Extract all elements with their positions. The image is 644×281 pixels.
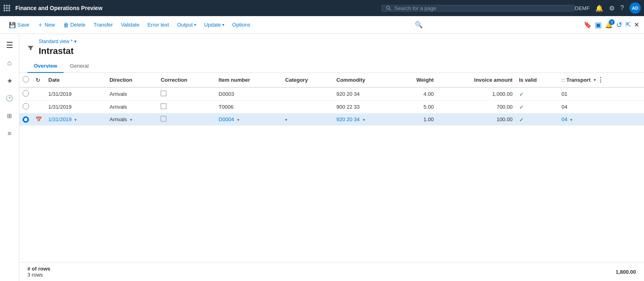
row1-direction: Arrivals — [106, 87, 157, 101]
rows-count: 3 rows — [27, 272, 50, 278]
svg-rect-6 — [4, 10, 5, 11]
row3-is-valid: ✓ — [516, 114, 559, 126]
tab-overview[interactable]: Overview — [27, 60, 64, 73]
svg-rect-0 — [4, 5, 5, 6]
recent-icon[interactable]: 🕐 — [2, 90, 18, 106]
row3-direction[interactable]: Arrivals ▾ — [106, 114, 157, 126]
settings-icon[interactable]: ⚙ — [609, 4, 615, 12]
help-icon[interactable]: ? — [620, 4, 624, 12]
search-input[interactable] — [395, 5, 571, 11]
panel-toolbar-icon[interactable]: ▣ — [595, 21, 602, 29]
bell-icon[interactable]: 🔔 — [595, 4, 603, 12]
row2-correction-checkbox[interactable] — [161, 103, 166, 109]
options-button[interactable]: Options — [228, 19, 255, 30]
row3-correction[interactable] — [157, 114, 215, 126]
intrastat-table: ↻ Date Direction Correction Item number … — [19, 73, 644, 126]
row2-select-circle[interactable] — [23, 103, 29, 110]
row1-refresh — [32, 87, 45, 101]
table-container[interactable]: ↻ Date Direction Correction Item number … — [19, 73, 644, 262]
row3-item-dropdown-icon[interactable]: ▾ — [237, 118, 239, 122]
favorites-icon[interactable]: ★ — [2, 72, 18, 89]
row3-commodity-dropdown-icon[interactable]: ▾ — [363, 118, 365, 122]
error-text-button[interactable]: Error text — [143, 19, 173, 30]
svg-point-9 — [387, 6, 390, 9]
col-header-invoice-amount: Invoice amount — [437, 73, 516, 87]
row3-transport-dropdown-icon[interactable]: ▾ — [570, 118, 572, 122]
row3-date[interactable]: 1/31/2019 ▾ — [45, 114, 106, 126]
notification-toolbar-icon[interactable]: 🔔0 — [605, 21, 613, 29]
transport-col-chevron-icon[interactable]: ▾ — [594, 78, 596, 82]
grid-apps-icon[interactable] — [3, 4, 10, 12]
svg-rect-2 — [8, 5, 10, 6]
filter-icon[interactable] — [27, 45, 34, 53]
delete-button[interactable]: 🗑 Delete — [59, 19, 90, 31]
row1-select-circle[interactable] — [23, 90, 29, 97]
col-header-correction: Correction — [157, 73, 215, 87]
col-header-direction: Direction — [106, 73, 157, 87]
row2-select[interactable] — [19, 101, 32, 114]
row3-invoice-amount: 100.00 — [437, 114, 516, 126]
row3-calendar-icon[interactable]: 📅 — [35, 116, 42, 122]
row3-category-dropdown-icon[interactable]: ▾ — [285, 118, 287, 122]
row1-transport: 01 — [558, 87, 644, 101]
hamburger-icon[interactable]: ☰ — [2, 37, 18, 53]
footer-stats: # of rows 3 rows — [27, 266, 50, 278]
search-bar[interactable] — [381, 5, 575, 12]
transfer-button[interactable]: Transfer — [89, 19, 117, 30]
svg-line-10 — [389, 9, 391, 10]
table-row[interactable]: 1/31/2019 Arrivals D0003 920 20 34 4.00 … — [19, 87, 644, 101]
col-header-item-number: Item number — [215, 73, 282, 87]
refresh-toolbar-icon[interactable]: ↺ — [616, 21, 622, 29]
save-button[interactable]: 💾 Save — [5, 19, 33, 31]
col-header-category: Category — [282, 73, 333, 87]
row3-select-circle[interactable] — [23, 116, 29, 123]
bookmark-toolbar-icon[interactable]: 🔖 — [584, 21, 592, 29]
new-button[interactable]: ＋ New — [33, 19, 59, 31]
row1-is-valid: ✓ — [516, 87, 559, 101]
row3-correction-checkbox[interactable] — [161, 116, 166, 122]
refresh-rows-icon[interactable]: ↻ — [35, 77, 40, 83]
row3-select[interactable] — [19, 114, 32, 126]
row2-is-valid: ✓ — [516, 101, 559, 114]
list-icon[interactable]: ≡ — [2, 126, 18, 142]
row3-direction-dropdown-icon[interactable]: ▾ — [130, 118, 132, 122]
output-button[interactable]: Output ▾ — [173, 19, 200, 30]
validate-button[interactable]: Validate — [117, 19, 143, 30]
popout-toolbar-icon[interactable]: ⇱ — [625, 21, 631, 29]
view-selector[interactable]: Standard view * ▾ — [39, 39, 77, 44]
search-cmd-icon[interactable]: 🔍 — [412, 19, 425, 31]
row1-select[interactable] — [19, 87, 32, 101]
row2-commodity: 900 22 33 — [333, 101, 395, 114]
tab-general[interactable]: General — [64, 60, 95, 73]
row1-category — [282, 87, 333, 101]
avatar[interactable]: AD — [630, 2, 641, 14]
row3-valid-check-icon: ✓ — [519, 116, 524, 123]
col-drag-icon[interactable]: :: — [561, 77, 565, 83]
rows-label: # of rows — [27, 266, 50, 272]
transport-col-more-icon[interactable]: ⋮ — [597, 76, 604, 84]
row3-item-number[interactable]: D0004 ▾ — [215, 114, 282, 126]
home-icon[interactable]: ⌂ — [2, 55, 18, 71]
select-all-circle[interactable] — [23, 76, 29, 83]
row2-weight: 5.00 — [395, 101, 437, 114]
row3-date-dropdown-icon[interactable]: ▾ — [75, 118, 77, 122]
content-area: Standard view * ▾ Intrastat Overview Gen… — [19, 34, 644, 281]
col-header-commodity: Commodity — [333, 73, 395, 87]
row3-commodity[interactable]: 920 20 34 ▾ — [333, 114, 395, 126]
row2-invoice-amount: 700.00 — [437, 101, 516, 114]
row2-correction[interactable] — [157, 101, 215, 114]
row3-transport[interactable]: 04 ▾ — [558, 114, 644, 126]
delete-icon: 🗑 — [63, 22, 69, 28]
close-toolbar-icon[interactable]: ✕ — [634, 21, 639, 29]
row1-correction[interactable] — [157, 87, 215, 101]
notification-count: 0 — [609, 19, 615, 25]
update-button[interactable]: Update ▾ — [200, 19, 228, 30]
row3-category[interactable]: ▾ — [282, 114, 333, 126]
page-header: Standard view * ▾ Intrastat — [19, 34, 644, 60]
row1-correction-checkbox[interactable] — [161, 91, 166, 96]
table-row[interactable]: 📅 1/31/2019 ▾ Arrivals ▾ — [19, 114, 644, 126]
save-icon: 💾 — [9, 22, 16, 28]
table-row[interactable]: 1/31/2019 Arrivals T0006 900 22 33 5.00 … — [19, 101, 644, 114]
col-header-is-valid: Is valid — [516, 73, 559, 87]
dashboard-icon[interactable]: ⊞ — [2, 108, 18, 124]
